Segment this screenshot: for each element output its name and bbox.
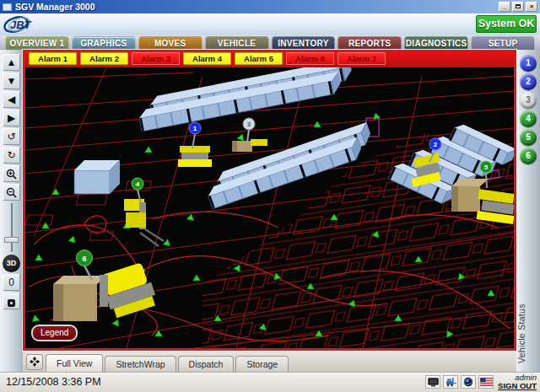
alarm-bar: Alarm 1 Alarm 2 Alarm 3 Alarm 4 Alarm 5 … (25, 50, 514, 67)
vehicle-status-3[interactable]: 3 (520, 92, 537, 109)
user-block: admin SIGN OUT (496, 373, 538, 390)
pan-right-button[interactable]: ▶ (3, 110, 20, 126)
vehicle-status-1[interactable]: 1 (520, 55, 537, 72)
legend-button[interactable]: Legend (31, 325, 78, 341)
alarm-2-button[interactable]: Alarm 2 (80, 52, 128, 65)
zoom-in-button[interactable] (3, 165, 20, 182)
tab-inventory[interactable]: INVENTORY (272, 36, 336, 51)
tab-overview-1[interactable]: OVERVIEW 1 (5, 36, 69, 51)
view-tab-storage[interactable]: Storage (235, 356, 289, 372)
scene-3d-view[interactable]: 1 3 2 (25, 67, 514, 348)
zoom-out-icon (6, 187, 17, 198)
us-flag-icon[interactable] (478, 375, 494, 389)
pan-up-button[interactable]: ▲ (3, 54, 20, 71)
pan-left-button[interactable]: ◀ (3, 91, 20, 108)
pan-down-button[interactable]: ▼ (3, 72, 20, 89)
rotate-cw-icon: ↻ (7, 149, 15, 161)
status-bar: 12/15/2008 3:36 PM admin SIGN OUT (0, 372, 540, 392)
vehicle-status-5[interactable]: 5 (520, 129, 537, 146)
vehicle-1-label: 1 (193, 125, 197, 132)
view-tab-dispatch[interactable]: Dispatch (178, 356, 235, 372)
jbt-logo: JBT (3, 14, 50, 35)
rotate-ccw-icon: ↺ (7, 131, 15, 142)
app-icon (3, 3, 12, 11)
single-pallet-box (74, 160, 120, 194)
rotate-ccw-button[interactable]: ↺ (3, 128, 20, 145)
vehicle-status-2[interactable]: 2 (520, 73, 537, 90)
zoom-in-icon (6, 169, 17, 180)
vehicle-5-label: 5 (484, 164, 489, 171)
logo-text: JBT (10, 19, 32, 31)
camera-toolbar: ▲ ▼ ◀ ▶ ↺ ↻ 3D 0 (0, 50, 23, 372)
view-tab-stretchwrap[interactable]: StretchWrap (105, 356, 176, 372)
tab-diagnostics[interactable]: DIAGNOSTICS (404, 36, 468, 51)
tab-moves[interactable]: MOVES (138, 36, 202, 51)
zoom-slider-track (11, 203, 13, 252)
globe-icon[interactable] (461, 375, 476, 389)
tab-setup[interactable]: SETUP (471, 36, 535, 51)
dock-move-button[interactable] (26, 354, 43, 370)
vehicle-4-label: 4 (136, 180, 140, 188)
move-icon (30, 357, 40, 367)
zoom-slider-handle[interactable] (4, 237, 19, 243)
pan-right-icon: ▶ (8, 112, 15, 124)
zero-rotation-button[interactable]: 0 (3, 274, 20, 291)
alarm-5-button[interactable]: Alarm 5 (235, 52, 283, 65)
status-bar-right: admin SIGN OUT (425, 373, 538, 390)
vehicle-3-label: 3 (247, 121, 251, 128)
rotate-cw-button[interactable]: ↻ (3, 147, 20, 164)
vehicle-2-label: 2 (434, 141, 438, 148)
minimize-button[interactable]: _ (499, 2, 510, 12)
pan-up-icon: ▲ (7, 56, 17, 68)
alarm-1-button[interactable]: Alarm 1 (29, 52, 77, 65)
view-tab-full-view[interactable]: Full View (46, 354, 103, 372)
sign-out-link[interactable]: SIGN OUT (498, 382, 537, 390)
close-button[interactable]: × (526, 2, 537, 12)
tab-graphics[interactable]: GRAPHICS (72, 36, 136, 51)
alarm-7-button[interactable]: Alarm 7 (338, 52, 386, 65)
zoom-out-button[interactable] (3, 184, 20, 201)
center-view-button[interactable] (3, 293, 20, 309)
alarm-4-button[interactable]: Alarm 4 (183, 52, 231, 65)
nav-tab-bar: OVERVIEW 1 GRAPHICS MOVES VEHICLE INVENT… (0, 35, 540, 51)
vehicle-status-title: Vehicle Status (516, 274, 540, 367)
vehicle-6-label: 6 (82, 255, 86, 263)
center-view-icon (8, 299, 15, 307)
pan-down-icon: ▼ (7, 75, 17, 87)
view-3d-button[interactable]: 3D (3, 255, 20, 272)
restore-icon (516, 4, 521, 8)
system-status-button[interactable]: System OK (476, 15, 537, 33)
restore-button[interactable] (512, 2, 524, 12)
vehicle-icon[interactable] (443, 375, 458, 389)
warehouse-viewport: Alarm 1 Alarm 2 Alarm 3 Alarm 4 Alarm 5 … (23, 50, 516, 351)
datetime-label: 12/15/2008 3:36 PM (6, 376, 101, 388)
pan-left-icon: ◀ (8, 94, 15, 105)
alarm-6-button[interactable]: Alarm 6 (286, 52, 334, 65)
view-tab-strip: Full View StretchWrap Dispatch Storage (23, 351, 516, 372)
zoom-slider[interactable] (3, 203, 20, 252)
vehicle-status-panel: 1 2 3 4 5 6 Vehicle Status (516, 50, 540, 372)
tab-vehicle[interactable]: VEHICLE (205, 36, 269, 51)
title-bar[interactable]: SGV Manager 3000 _ × (0, 0, 540, 13)
window-title: SGV Manager 3000 (15, 2, 497, 12)
tab-reports[interactable]: REPORTS (338, 36, 402, 51)
vehicle-status-6[interactable]: 6 (520, 148, 537, 164)
header-band: JBT System OK (0, 13, 540, 35)
sgv-manager-window: SGV Manager 3000 _ × JBT System OK OVERV… (0, 0, 540, 392)
vehicle-status-4[interactable]: 4 (520, 110, 537, 127)
display-icon[interactable] (425, 375, 440, 389)
alarm-3-button[interactable]: Alarm 3 (132, 52, 180, 65)
